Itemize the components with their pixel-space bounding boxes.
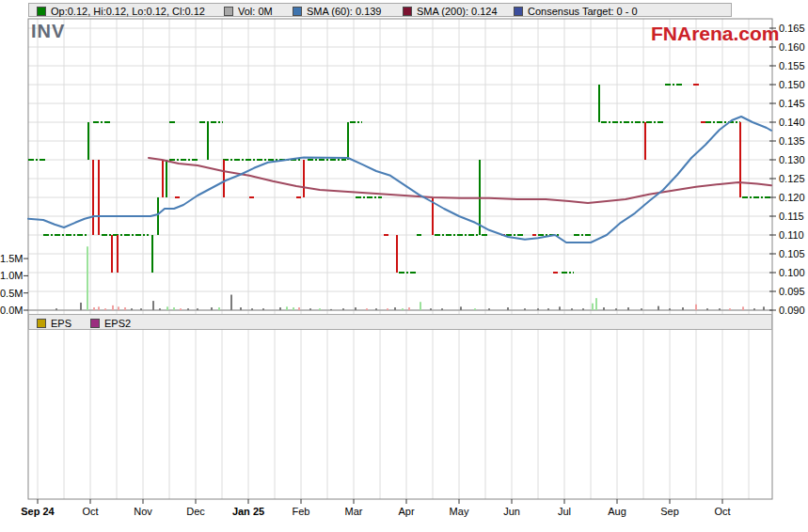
volume-bar bbox=[152, 301, 154, 310]
volume-bar bbox=[669, 308, 671, 310]
price-axis-label: 0.120 bbox=[779, 192, 805, 203]
price-axis-label: 0.105 bbox=[779, 248, 805, 259]
volume-bar bbox=[474, 308, 476, 310]
volume-bar bbox=[753, 308, 755, 310]
volume-bar bbox=[309, 308, 311, 310]
legend-item-sma60: SMA (60): 0.139 bbox=[293, 5, 382, 17]
stock-chart-page: { "header": { "symbol": "INV", "brand": … bbox=[0, 0, 808, 532]
month-axis-label: Oct bbox=[82, 506, 98, 517]
price-axis-label: 0.150 bbox=[779, 79, 805, 90]
legend-consensus-label: Consensus Target: 0 - 0 bbox=[528, 6, 638, 17]
volume-bar bbox=[279, 307, 281, 310]
volume-bar bbox=[559, 306, 561, 310]
volume-axis-label: 0.5M bbox=[0, 288, 23, 299]
volume-bar bbox=[571, 308, 573, 310]
volume-bar bbox=[375, 308, 377, 310]
price-axis-label: 0.130 bbox=[779, 154, 805, 165]
month-axis-label: Jul bbox=[558, 506, 571, 517]
month-axis-label: Aug bbox=[608, 506, 626, 517]
volume-bar bbox=[394, 307, 396, 310]
volume-bar bbox=[118, 306, 119, 310]
volume-bar bbox=[355, 307, 356, 310]
volume-bar bbox=[719, 308, 721, 310]
eps-legend-bar: EPS EPS2 bbox=[28, 314, 772, 330]
legend-item-consensus: Consensus Target: 0 - 0 bbox=[514, 5, 638, 17]
price-axis-label: 0.110 bbox=[779, 229, 804, 241]
volume-bar bbox=[366, 308, 368, 310]
eps2-swatch-icon bbox=[90, 319, 100, 328]
volume-bar bbox=[657, 306, 659, 310]
volume-bar bbox=[124, 307, 126, 310]
volume-bar bbox=[293, 307, 294, 310]
volume-bar bbox=[140, 308, 142, 310]
volume-bar bbox=[80, 303, 82, 310]
month-axis-label: Apr bbox=[398, 506, 414, 517]
consensus-swatch-icon bbox=[514, 7, 523, 16]
sma200-swatch-icon bbox=[403, 7, 412, 16]
price-axis-label: 0.095 bbox=[779, 286, 805, 297]
grid-lines bbox=[28, 19, 772, 499]
plot-border bbox=[28, 19, 772, 499]
volume-bar bbox=[166, 306, 168, 310]
fnarena-logo: FNArena.com bbox=[651, 23, 780, 45]
price-axis-label: 0.125 bbox=[779, 173, 805, 184]
month-axis-label: Feb bbox=[293, 506, 310, 517]
sma60-line bbox=[28, 117, 771, 243]
chart-canvas bbox=[0, 0, 808, 532]
legend-sma200-label: SMA (200): 0.124 bbox=[417, 6, 498, 17]
volume-bar bbox=[262, 308, 264, 310]
volume-bar bbox=[582, 308, 584, 310]
ticker-symbol: INV bbox=[31, 21, 65, 42]
month-axis-label: Mar bbox=[345, 506, 363, 517]
month-axis-label: Jun bbox=[503, 506, 520, 517]
legend-sma60-label: SMA (60): 0.139 bbox=[307, 6, 382, 17]
volume-bar bbox=[507, 307, 509, 310]
volume-bar bbox=[603, 307, 605, 310]
volume-bar bbox=[298, 307, 300, 310]
volume-bar bbox=[460, 306, 462, 310]
volume-axis-label: 1.0M bbox=[0, 270, 23, 281]
sma200-line bbox=[149, 158, 771, 203]
volume-bar bbox=[211, 307, 213, 310]
volume-bar bbox=[537, 308, 539, 310]
volume-bar bbox=[87, 246, 88, 310]
volume-bar bbox=[402, 308, 404, 310]
legend-item-eps: EPS bbox=[37, 317, 71, 329]
volume-bar bbox=[131, 308, 133, 310]
volume-bar bbox=[180, 308, 182, 310]
volume-bar bbox=[342, 308, 344, 310]
volume-bar bbox=[763, 306, 765, 310]
volume-bar bbox=[218, 307, 220, 310]
volume-bar bbox=[595, 298, 597, 310]
volume-bar bbox=[592, 304, 594, 310]
legend-ohlc-label: Op:0.12, Hi:0.12, Lo:0.12, Cl:0.12 bbox=[51, 6, 205, 17]
volume-bar bbox=[240, 307, 242, 310]
legend-item-volume: Vol: 0M bbox=[224, 5, 273, 17]
volume-axis-label: 1.5M bbox=[0, 253, 23, 264]
legend-eps2-label: EPS2 bbox=[104, 318, 131, 329]
price-axis-label: 0.090 bbox=[779, 305, 805, 316]
volume-bar bbox=[682, 307, 684, 310]
sma60-swatch-icon bbox=[293, 7, 302, 16]
axis-ticks bbox=[24, 28, 776, 504]
month-axis-label: Sep 24 bbox=[21, 506, 54, 517]
volume-bar bbox=[159, 308, 161, 310]
volume-bar bbox=[286, 306, 288, 310]
volume-bar bbox=[93, 307, 95, 310]
month-axis-label: Nov bbox=[134, 506, 152, 517]
price-axis-label: 0.160 bbox=[779, 41, 805, 53]
price-axis-label: 0.155 bbox=[779, 60, 805, 71]
price-axis-label: 0.165 bbox=[779, 23, 805, 34]
price-axis-label: 0.115 bbox=[779, 211, 804, 222]
volume-bar bbox=[615, 308, 617, 310]
legend-item-sma200: SMA (200): 0.124 bbox=[403, 5, 498, 17]
volume-bar bbox=[641, 308, 642, 310]
month-axis-label: Dec bbox=[186, 506, 205, 517]
volume-bar bbox=[547, 308, 549, 310]
volume-axis-label: 0.0M bbox=[0, 305, 23, 316]
volume-bar bbox=[695, 305, 697, 310]
volume-bar bbox=[742, 306, 744, 310]
volume-swatch-icon bbox=[224, 7, 233, 16]
volume-bar bbox=[173, 307, 175, 310]
volume-bar bbox=[387, 308, 388, 310]
